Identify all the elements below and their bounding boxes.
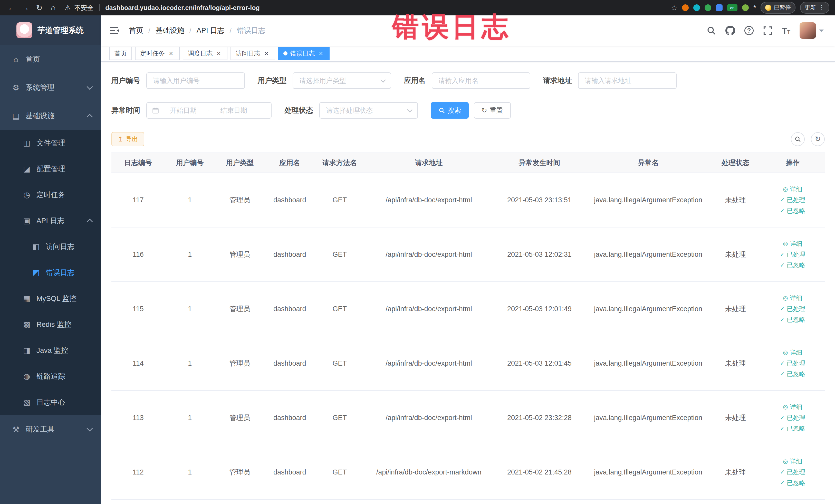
user-id-label: 用户编号 (111, 76, 140, 85)
processed-link-label: 已处理 (787, 305, 805, 313)
tab-home[interactable]: 首页 (109, 47, 132, 60)
extension-icon[interactable] (716, 4, 722, 11)
user-id-input[interactable] (146, 73, 245, 89)
tab-error-log[interactable]: 错误日志 × (278, 47, 330, 60)
breadcrumb-current: 错误日志 (237, 26, 265, 36)
tags-bar: 首页 定时任务 × 调度日志 × 访问日志 × 错误日志 × (101, 46, 835, 62)
tab-close-icon[interactable]: × (317, 50, 324, 57)
detail-link[interactable]: ◎详细 (783, 348, 802, 357)
reset-button[interactable]: ↻ 重置 (474, 102, 511, 119)
extension-icon[interactable] (693, 4, 700, 11)
date-range-picker[interactable]: - (146, 102, 271, 119)
access-log-icon: ◧ (31, 242, 41, 251)
extension-icon[interactable] (682, 4, 689, 11)
user-menu[interactable] (799, 22, 824, 39)
user-type-select-input[interactable] (292, 73, 391, 89)
bookmark-star-icon[interactable]: ☆ (671, 4, 677, 12)
search-icon[interactable] (707, 26, 716, 36)
refresh-table-button[interactable]: ↻ (811, 132, 825, 146)
tab-close-icon[interactable]: × (215, 50, 222, 57)
export-button[interactable]: ↥ 导出 (111, 132, 144, 146)
help-icon[interactable]: ? (745, 26, 754, 35)
error-log-icon: ◩ (31, 268, 41, 277)
ignored-link-label: 已忽略 (787, 479, 805, 487)
process-status-select-input[interactable] (319, 102, 418, 119)
extension-star-icon[interactable]: * (753, 4, 756, 12)
request-url-input[interactable] (578, 73, 677, 89)
sidebar-item-home[interactable]: ⌂ 首页 (0, 45, 101, 74)
processed-link[interactable]: ✓已处理 (780, 250, 805, 259)
col-actions: 操作 (760, 153, 825, 173)
tab-access-log[interactable]: 访问日志 × (230, 47, 275, 60)
processed-link[interactable]: ✓已处理 (780, 359, 805, 367)
sidebar-item-error-log[interactable]: ◩ 错误日志 (0, 260, 101, 285)
sidebar-item-scheduled-tasks[interactable]: ◷ 定时任务 (0, 182, 101, 208)
tab-scheduled-tasks[interactable]: 定时任务 × (135, 47, 180, 60)
address-bar[interactable]: ⚠ 不安全 dashboard.yudao.iocoder.cn/infra/l… (65, 4, 669, 12)
col-status: 处理状态 (711, 153, 760, 173)
browser-reload-icon[interactable]: ↻ (33, 3, 45, 12)
breadcrumb-infrastructure[interactable]: 基础设施 (156, 26, 184, 36)
extension-icon[interactable] (742, 4, 749, 11)
detail-link[interactable]: ◎详细 (783, 457, 802, 465)
sidebar-item-infrastructure[interactable]: ▤ 基础设施 (0, 102, 101, 130)
processed-link[interactable]: ✓已处理 (780, 468, 805, 476)
sidebar-item-file-mgmt[interactable]: ◫ 文件管理 (0, 130, 101, 156)
extension-on-badge[interactable]: on (727, 4, 737, 11)
detail-link[interactable]: ◎详细 (783, 240, 802, 248)
app-name-input[interactable] (432, 73, 530, 89)
ignored-link[interactable]: ✓已忽略 (780, 261, 805, 269)
sidebar-item-config-mgmt[interactable]: ◪ 配置管理 (0, 156, 101, 182)
breadcrumb: 首页 / 基础设施 / API 日志 / 错误日志 (129, 26, 265, 36)
processed-link[interactable]: ✓已处理 (780, 196, 805, 204)
fullscreen-icon[interactable] (763, 26, 773, 36)
font-size-icon[interactable]: TT (782, 26, 790, 35)
user-type-select[interactable] (292, 73, 391, 89)
paused-chip[interactable]: 已暂停 (760, 2, 795, 14)
devtools-icon: ⚒ (11, 425, 21, 434)
sidebar-item-dev-tools[interactable]: ⚒ 研发工具 (0, 415, 101, 443)
processed-link-label: 已处理 (787, 250, 805, 259)
detail-link[interactable]: ◎详细 (783, 294, 802, 302)
detail-link[interactable]: ◎详细 (783, 185, 802, 193)
ignored-link[interactable]: ✓已忽略 (780, 207, 805, 215)
process-status-select[interactable] (319, 102, 418, 119)
tab-close-icon[interactable]: × (167, 50, 175, 57)
sidebar-item-trace[interactable]: ◍ 链路追踪 (0, 363, 101, 389)
breadcrumb-home[interactable]: 首页 (129, 26, 143, 36)
detail-link[interactable]: ◎详细 (783, 403, 802, 411)
date-start-input[interactable] (162, 106, 205, 115)
browser-home-icon[interactable]: ⌂ (47, 3, 59, 12)
extension-icon[interactable] (705, 4, 711, 11)
tab-dispatch-log[interactable]: 调度日志 × (183, 47, 227, 60)
processed-link[interactable]: ✓已处理 (780, 305, 805, 313)
toggle-search-button[interactable] (791, 132, 805, 146)
processed-link[interactable]: ✓已处理 (780, 414, 805, 422)
github-icon[interactable] (726, 26, 735, 36)
calendar-icon (152, 107, 159, 114)
sidebar-item-label: Java 监控 (37, 346, 68, 355)
tab-close-icon[interactable]: × (263, 50, 270, 57)
app-logo[interactable]: 芋道管理系统 (0, 15, 101, 45)
sidebar-item-api-log[interactable]: ▣ API 日志 (0, 208, 101, 234)
detail-link-label: 详细 (790, 240, 802, 248)
sidebar-item-access-log[interactable]: ◧ 访问日志 (0, 234, 101, 260)
sidebar-item-java-monitor[interactable]: ◨ Java 监控 (0, 337, 101, 363)
sidebar-item-log-center[interactable]: ▧ 日志中心 (0, 389, 101, 415)
hamburger-icon[interactable] (109, 25, 120, 36)
date-end-input[interactable] (212, 106, 256, 115)
update-chip[interactable]: 更新 ⋮ (800, 2, 829, 14)
browser-forward-icon[interactable]: → (20, 3, 31, 12)
ignored-link[interactable]: ✓已忽略 (780, 479, 805, 487)
sidebar-item-mysql-monitor[interactable]: ▦ MySQL 监控 (0, 285, 101, 311)
browser-back-icon[interactable]: ← (6, 3, 18, 12)
ignored-link[interactable]: ✓已忽略 (780, 316, 805, 324)
sidebar-item-system-mgmt[interactable]: ⚙ 系统管理 (0, 74, 101, 102)
sidebar-item-redis-monitor[interactable]: ▩ Redis 监控 (0, 311, 101, 337)
kebab-menu-icon[interactable]: ⋮ (819, 4, 825, 11)
search-button[interactable]: 搜索 (431, 102, 469, 119)
breadcrumb-api-log[interactable]: API 日志 (197, 26, 225, 36)
ignored-link[interactable]: ✓已忽略 (780, 424, 805, 432)
processed-link-label: 已处理 (787, 414, 805, 422)
ignored-link[interactable]: ✓已忽略 (780, 370, 805, 378)
